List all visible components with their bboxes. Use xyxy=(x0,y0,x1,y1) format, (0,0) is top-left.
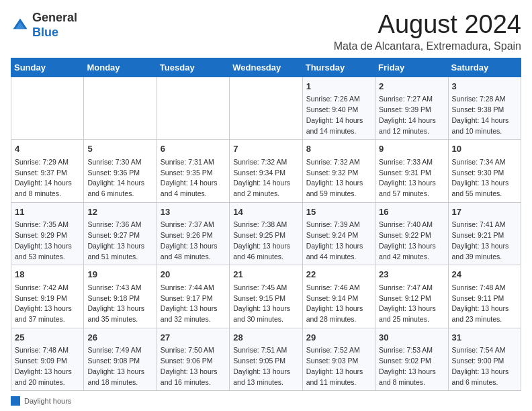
day-info: Sunrise: 7:48 AM Sunset: 9:11 PM Dayligh… xyxy=(452,283,517,325)
calendar-table: SundayMondayTuesdayWednesdayThursdayFrid… xyxy=(11,58,521,392)
day-number: 19 xyxy=(87,268,152,281)
calendar-cell: 12Sunrise: 7:36 AM Sunset: 9:27 PM Dayli… xyxy=(84,202,157,265)
day-number: 26 xyxy=(87,331,152,345)
day-info: Sunrise: 7:36 AM Sunset: 9:27 PM Dayligh… xyxy=(87,220,152,262)
day-info: Sunrise: 7:48 AM Sunset: 9:09 PM Dayligh… xyxy=(15,345,80,387)
day-info: Sunrise: 7:34 AM Sunset: 9:30 PM Dayligh… xyxy=(452,157,517,199)
calendar-cell: 10Sunrise: 7:34 AM Sunset: 9:30 PM Dayli… xyxy=(448,140,521,203)
day-info: Sunrise: 7:42 AM Sunset: 9:19 PM Dayligh… xyxy=(15,283,80,325)
calendar-header-row: SundayMondayTuesdayWednesdayThursdayFrid… xyxy=(11,58,521,77)
day-info: Sunrise: 7:54 AM Sunset: 9:00 PM Dayligh… xyxy=(452,345,517,387)
calendar-cell: 1Sunrise: 7:26 AM Sunset: 9:40 PM Daylig… xyxy=(302,77,375,140)
logo-blue-text: Blue xyxy=(32,26,58,39)
calendar-cell: 9Sunrise: 7:33 AM Sunset: 9:31 PM Daylig… xyxy=(375,140,448,203)
main-title: August 2024 xyxy=(334,11,521,39)
day-info: Sunrise: 7:46 AM Sunset: 9:14 PM Dayligh… xyxy=(306,283,371,325)
calendar-day-header: Sunday xyxy=(11,58,84,77)
day-number: 4 xyxy=(15,142,80,156)
day-info: Sunrise: 7:45 AM Sunset: 9:15 PM Dayligh… xyxy=(233,283,298,325)
day-number: 23 xyxy=(379,268,444,281)
calendar-cell: 22Sunrise: 7:46 AM Sunset: 9:14 PM Dayli… xyxy=(302,265,375,328)
day-info: Sunrise: 7:38 AM Sunset: 9:25 PM Dayligh… xyxy=(233,220,298,262)
day-number: 22 xyxy=(306,268,371,281)
calendar-cell xyxy=(157,77,229,140)
calendar-cell: 27Sunrise: 7:50 AM Sunset: 9:06 PM Dayli… xyxy=(157,328,229,391)
calendar-week-row: 4Sunrise: 7:29 AM Sunset: 9:37 PM Daylig… xyxy=(11,140,521,203)
calendar-cell: 16Sunrise: 7:40 AM Sunset: 9:22 PM Dayli… xyxy=(375,202,448,265)
calendar-week-row: 11Sunrise: 7:35 AM Sunset: 9:29 PM Dayli… xyxy=(11,202,521,265)
calendar-cell: 4Sunrise: 7:29 AM Sunset: 9:37 PM Daylig… xyxy=(11,140,84,203)
calendar-cell: 18Sunrise: 7:42 AM Sunset: 9:19 PM Dayli… xyxy=(11,265,84,328)
day-info: Sunrise: 7:47 AM Sunset: 9:12 PM Dayligh… xyxy=(379,283,444,325)
legend: Daylight hours xyxy=(11,396,521,406)
calendar-cell: 30Sunrise: 7:53 AM Sunset: 9:02 PM Dayli… xyxy=(375,328,448,391)
calendar-cell: 11Sunrise: 7:35 AM Sunset: 9:29 PM Dayli… xyxy=(11,202,84,265)
day-number: 1 xyxy=(306,80,371,93)
calendar-cell xyxy=(11,77,84,140)
day-number: 21 xyxy=(233,268,298,281)
calendar-cell: 23Sunrise: 7:47 AM Sunset: 9:12 PM Dayli… xyxy=(375,265,448,328)
logo: General Blue xyxy=(11,11,77,40)
day-info: Sunrise: 7:40 AM Sunset: 9:22 PM Dayligh… xyxy=(379,220,444,262)
day-info: Sunrise: 7:26 AM Sunset: 9:40 PM Dayligh… xyxy=(306,94,371,136)
day-info: Sunrise: 7:32 AM Sunset: 9:32 PM Dayligh… xyxy=(306,157,371,199)
day-info: Sunrise: 7:44 AM Sunset: 9:17 PM Dayligh… xyxy=(161,283,226,325)
calendar-day-header: Monday xyxy=(84,58,157,77)
day-number: 9 xyxy=(379,142,444,156)
title-block: August 2024 Mata de Alcantara, Extremadu… xyxy=(334,11,521,52)
day-info: Sunrise: 7:50 AM Sunset: 9:06 PM Dayligh… xyxy=(161,345,226,387)
day-number: 27 xyxy=(161,331,226,345)
calendar-cell: 26Sunrise: 7:49 AM Sunset: 9:08 PM Dayli… xyxy=(84,328,157,391)
calendar-day-header: Saturday xyxy=(448,58,521,77)
day-number: 7 xyxy=(233,142,298,156)
calendar-cell xyxy=(84,77,157,140)
day-number: 28 xyxy=(233,331,298,345)
calendar-cell: 25Sunrise: 7:48 AM Sunset: 9:09 PM Dayli… xyxy=(11,328,84,391)
calendar-cell xyxy=(230,77,302,140)
day-info: Sunrise: 7:51 AM Sunset: 9:05 PM Dayligh… xyxy=(233,345,298,387)
calendar-cell: 28Sunrise: 7:51 AM Sunset: 9:05 PM Dayli… xyxy=(230,328,302,391)
calendar-cell: 17Sunrise: 7:41 AM Sunset: 9:21 PM Dayli… xyxy=(448,202,521,265)
calendar-cell: 15Sunrise: 7:39 AM Sunset: 9:24 PM Dayli… xyxy=(302,202,375,265)
day-number: 30 xyxy=(379,331,444,345)
calendar-cell: 3Sunrise: 7:28 AM Sunset: 9:38 PM Daylig… xyxy=(448,77,521,140)
day-info: Sunrise: 7:43 AM Sunset: 9:18 PM Dayligh… xyxy=(87,283,152,325)
day-number: 14 xyxy=(233,205,298,219)
page-header: General Blue August 2024 Mata de Alcanta… xyxy=(11,11,521,52)
day-info: Sunrise: 7:29 AM Sunset: 9:37 PM Dayligh… xyxy=(15,157,80,199)
calendar-cell: 29Sunrise: 7:52 AM Sunset: 9:03 PM Dayli… xyxy=(302,328,375,391)
day-number: 5 xyxy=(87,142,152,156)
day-info: Sunrise: 7:35 AM Sunset: 9:29 PM Dayligh… xyxy=(15,220,80,262)
day-info: Sunrise: 7:33 AM Sunset: 9:31 PM Dayligh… xyxy=(379,157,444,199)
logo-icon xyxy=(11,16,30,35)
day-number: 17 xyxy=(452,205,517,219)
day-number: 3 xyxy=(452,80,517,93)
day-number: 12 xyxy=(87,205,152,219)
day-number: 20 xyxy=(161,268,226,281)
calendar-cell: 20Sunrise: 7:44 AM Sunset: 9:17 PM Dayli… xyxy=(157,265,229,328)
calendar-day-header: Friday xyxy=(375,58,448,77)
day-number: 11 xyxy=(15,205,80,219)
day-number: 8 xyxy=(306,142,371,156)
day-info: Sunrise: 7:53 AM Sunset: 9:02 PM Dayligh… xyxy=(379,345,444,387)
calendar-day-header: Thursday xyxy=(302,58,375,77)
day-info: Sunrise: 7:32 AM Sunset: 9:34 PM Dayligh… xyxy=(233,157,298,199)
calendar-cell: 24Sunrise: 7:48 AM Sunset: 9:11 PM Dayli… xyxy=(448,265,521,328)
logo-general-text: General xyxy=(32,11,77,24)
calendar-cell: 7Sunrise: 7:32 AM Sunset: 9:34 PM Daylig… xyxy=(230,140,302,203)
calendar-cell: 21Sunrise: 7:45 AM Sunset: 9:15 PM Dayli… xyxy=(230,265,302,328)
location-subtitle: Mata de Alcantara, Extremadura, Spain xyxy=(334,40,521,52)
day-number: 24 xyxy=(452,268,517,281)
calendar-week-row: 18Sunrise: 7:42 AM Sunset: 9:19 PM Dayli… xyxy=(11,265,521,328)
day-info: Sunrise: 7:52 AM Sunset: 9:03 PM Dayligh… xyxy=(306,345,371,387)
day-info: Sunrise: 7:28 AM Sunset: 9:38 PM Dayligh… xyxy=(452,94,517,136)
calendar-cell: 8Sunrise: 7:32 AM Sunset: 9:32 PM Daylig… xyxy=(302,140,375,203)
day-number: 15 xyxy=(306,205,371,219)
day-info: Sunrise: 7:31 AM Sunset: 9:35 PM Dayligh… xyxy=(161,157,226,199)
calendar-week-row: 25Sunrise: 7:48 AM Sunset: 9:09 PM Dayli… xyxy=(11,328,521,391)
calendar-cell: 13Sunrise: 7:37 AM Sunset: 9:26 PM Dayli… xyxy=(157,202,229,265)
calendar-cell: 2Sunrise: 7:27 AM Sunset: 9:39 PM Daylig… xyxy=(375,77,448,140)
day-info: Sunrise: 7:37 AM Sunset: 9:26 PM Dayligh… xyxy=(161,220,226,262)
calendar-cell: 6Sunrise: 7:31 AM Sunset: 9:35 PM Daylig… xyxy=(157,140,229,203)
day-number: 2 xyxy=(379,80,444,93)
